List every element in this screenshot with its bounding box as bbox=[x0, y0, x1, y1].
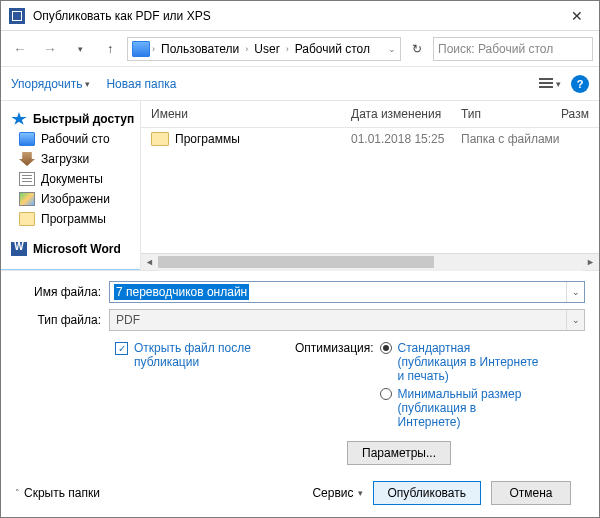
view-button[interactable]: ▾ bbox=[539, 78, 561, 90]
nav-bar: ← → ▾ ↑ › Пользователи › User › Рабочий … bbox=[1, 31, 599, 67]
sidebar-item-quick-access[interactable]: Быстрый доступ bbox=[1, 109, 140, 129]
rows-area[interactable]: Программы 01.01.2018 15:25 Папка с файла… bbox=[141, 128, 599, 253]
breadcrumb[interactable]: Рабочий стол bbox=[291, 40, 374, 58]
nav-up-button[interactable]: ↑ bbox=[97, 36, 123, 62]
chevron-right-icon: › bbox=[152, 44, 155, 54]
sidebar-label: Загрузки bbox=[41, 152, 89, 166]
toolbar: Упорядочить ▾ Новая папка ▾ ? bbox=[1, 67, 599, 101]
dialog-window: Опубликовать как PDF или XPS ✕ ← → ▾ ↑ ›… bbox=[0, 0, 600, 518]
chevron-down-icon: ▾ bbox=[85, 79, 90, 89]
chevron-down-icon: ▾ bbox=[556, 79, 561, 89]
folder-icon bbox=[151, 132, 169, 146]
downloads-icon bbox=[19, 152, 35, 166]
star-icon bbox=[11, 112, 27, 126]
filename-label: Имя файла: bbox=[15, 285, 101, 299]
item-date: 01.01.2018 15:25 bbox=[351, 132, 461, 146]
col-date[interactable]: Дата изменения bbox=[351, 107, 461, 121]
item-name: Программы bbox=[175, 132, 240, 146]
sidebar: Быстрый доступ Рабочий сто Загрузки Доку… bbox=[1, 101, 141, 270]
main-area: Быстрый доступ Рабочий сто Загрузки Доку… bbox=[1, 101, 599, 270]
nav-recent-button[interactable]: ▾ bbox=[67, 36, 93, 62]
search-placeholder: Поиск: Рабочий стол bbox=[438, 42, 553, 56]
search-input[interactable]: Поиск: Рабочий стол bbox=[433, 37, 593, 61]
sidebar-item-word[interactable]: Microsoft Word bbox=[1, 239, 140, 259]
desktop-icon bbox=[19, 132, 35, 146]
filetype-label: Тип файла: bbox=[15, 313, 101, 327]
documents-icon bbox=[19, 172, 35, 186]
hide-folders-button[interactable]: ˄ Скрыть папки bbox=[15, 486, 100, 500]
chevron-down-icon[interactable]: ⌄ bbox=[388, 44, 396, 54]
sidebar-item-pictures[interactable]: Изображени bbox=[1, 189, 140, 209]
sidebar-item-programs[interactable]: Программы bbox=[1, 209, 140, 229]
column-headers: Имени Дата изменения Тип Разм bbox=[141, 101, 599, 128]
publish-label: Опубликовать bbox=[388, 486, 466, 500]
scroll-left-icon[interactable]: ◄ bbox=[141, 254, 158, 271]
parameters-button[interactable]: Параметры... bbox=[347, 441, 451, 465]
new-folder-button[interactable]: Новая папка bbox=[106, 77, 176, 91]
open-after-checkbox[interactable]: ✓ Открыть файл после публикации bbox=[115, 341, 255, 369]
folder-icon bbox=[19, 212, 35, 226]
pc-icon bbox=[132, 41, 150, 57]
sidebar-label: Рабочий сто bbox=[41, 132, 110, 146]
breadcrumb[interactable]: Пользователи bbox=[157, 40, 243, 58]
service-label: Сервис bbox=[312, 486, 353, 500]
sidebar-label: Microsoft Word bbox=[33, 242, 121, 256]
sidebar-item-documents[interactable]: Документы bbox=[1, 169, 140, 189]
window-title: Опубликовать как PDF или XPS bbox=[33, 9, 554, 23]
chevron-down-icon: ▾ bbox=[358, 488, 363, 498]
item-type: Папка с файлами bbox=[461, 132, 561, 146]
hide-folders-label: Скрыть папки bbox=[24, 486, 100, 500]
nav-forward-button: → bbox=[37, 36, 63, 62]
scroll-right-icon[interactable]: ► bbox=[582, 254, 599, 271]
cancel-button[interactable]: Отмена bbox=[491, 481, 571, 505]
chevron-right-icon: › bbox=[245, 44, 248, 54]
sidebar-item-downloads[interactable]: Загрузки bbox=[1, 149, 140, 169]
organize-label: Упорядочить bbox=[11, 77, 82, 91]
refresh-button[interactable]: ↻ bbox=[405, 37, 429, 61]
check-icon: ✓ bbox=[115, 342, 128, 355]
chevron-up-icon: ˄ bbox=[15, 488, 20, 498]
col-type[interactable]: Тип bbox=[461, 107, 561, 121]
filetype-field[interactable]: PDF ⌄ bbox=[109, 309, 585, 331]
nav-back-button[interactable]: ← bbox=[7, 36, 33, 62]
chevron-down-icon[interactable]: ⌄ bbox=[566, 282, 584, 302]
opt-standard-radio[interactable]: Стандартная (публикация в Интернете и пе… bbox=[380, 341, 540, 383]
app-icon bbox=[9, 8, 25, 24]
radio-unchecked-icon bbox=[380, 388, 392, 400]
cancel-label: Отмена bbox=[509, 486, 552, 500]
col-name[interactable]: Имени bbox=[151, 107, 351, 121]
optimization-label: Оптимизация: bbox=[295, 341, 374, 429]
word-icon bbox=[11, 242, 27, 256]
filetype-row: Тип файла: PDF ⌄ bbox=[15, 309, 585, 331]
opt-standard-label: Стандартная (публикация в Интернете и пе… bbox=[398, 341, 540, 383]
filename-field[interactable]: 7 переводчиков онлайн ⌄ bbox=[109, 281, 585, 303]
opt-min-radio[interactable]: Минимальный размер (публикация в Интерне… bbox=[380, 387, 540, 429]
radio-checked-icon bbox=[380, 342, 392, 354]
file-list: Имени Дата изменения Тип Разм Программы … bbox=[141, 101, 599, 270]
new-folder-label: Новая папка bbox=[106, 77, 176, 91]
scroll-thumb[interactable] bbox=[158, 256, 434, 268]
filename-row: Имя файла: 7 переводчиков онлайн ⌄ bbox=[15, 281, 585, 303]
chevron-down-icon[interactable]: ⌄ bbox=[566, 310, 584, 330]
sidebar-label: Документы bbox=[41, 172, 103, 186]
col-size[interactable]: Разм bbox=[561, 107, 589, 121]
organize-button[interactable]: Упорядочить ▾ bbox=[11, 77, 90, 91]
horizontal-scrollbar[interactable]: ◄ ► bbox=[141, 253, 599, 270]
optimization-group: Оптимизация: Стандартная (публикация в И… bbox=[295, 341, 540, 429]
breadcrumb[interactable]: User bbox=[250, 40, 283, 58]
options-area: ✓ Открыть файл после публикации Оптимиза… bbox=[15, 337, 585, 429]
address-bar[interactable]: › Пользователи › User › Рабочий стол ⌄ bbox=[127, 37, 401, 61]
list-item[interactable]: Программы 01.01.2018 15:25 Папка с файла… bbox=[141, 128, 599, 150]
bottom-panel: Имя файла: 7 переводчиков онлайн ⌄ Тип ф… bbox=[1, 270, 599, 517]
opt-min-label: Минимальный размер (публикация в Интерне… bbox=[398, 387, 540, 429]
pictures-icon bbox=[19, 192, 35, 206]
publish-button[interactable]: Опубликовать bbox=[373, 481, 481, 505]
service-button[interactable]: Сервис ▾ bbox=[312, 486, 362, 500]
close-button[interactable]: ✕ bbox=[554, 1, 599, 31]
filename-value: 7 переводчиков онлайн bbox=[114, 284, 249, 300]
sidebar-item-desktop[interactable]: Рабочий сто bbox=[1, 129, 140, 149]
view-icon bbox=[539, 78, 553, 90]
help-button[interactable]: ? bbox=[571, 75, 589, 93]
scroll-track[interactable] bbox=[158, 254, 582, 271]
footer: ˄ Скрыть папки Сервис ▾ Опубликовать Отм… bbox=[15, 471, 585, 505]
